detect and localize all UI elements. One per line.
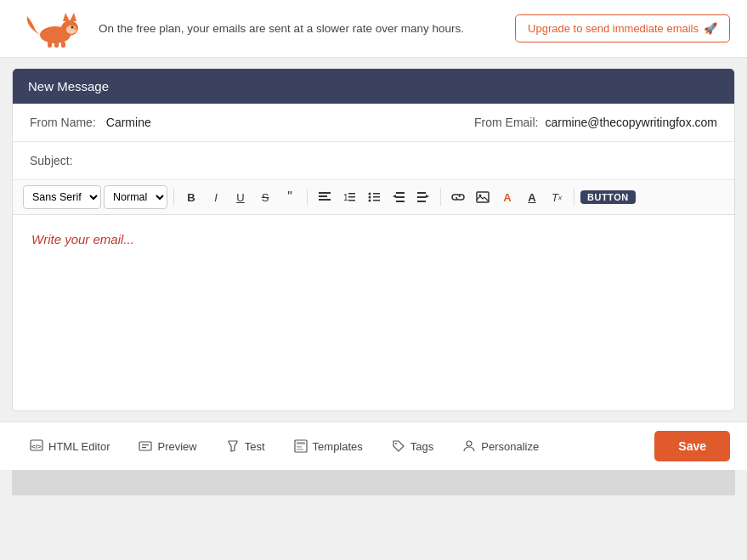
insert-button-button[interactable]: BUTTON <box>580 190 636 204</box>
svg-rect-38 <box>142 447 146 448</box>
svg-rect-15 <box>348 193 355 195</box>
editor-body[interactable]: Write your email... <box>13 215 734 410</box>
html-editor-icon: </> <box>30 439 43 453</box>
svg-point-20 <box>369 196 371 199</box>
test-button[interactable]: Test <box>213 432 278 461</box>
personalize-icon <box>462 439 476 453</box>
svg-point-44 <box>467 441 472 446</box>
preview-icon <box>139 439 152 453</box>
highlight-button[interactable]: A <box>521 185 543 209</box>
clear-format-button[interactable]: Tx <box>546 185 568 209</box>
rocket-icon: 🚀 <box>704 22 717 35</box>
font-family-select[interactable]: Sans Serif <box>23 185 101 209</box>
toolbar-divider-2 <box>307 189 308 206</box>
svg-rect-26 <box>396 196 405 198</box>
toolbar-divider-4 <box>574 189 574 206</box>
svg-point-22 <box>369 200 371 202</box>
bold-button[interactable]: B <box>180 185 202 209</box>
svg-rect-19 <box>373 193 380 195</box>
svg-rect-17 <box>348 200 355 201</box>
gray-bottom-bar <box>12 470 735 495</box>
compose-header: New Message <box>13 69 734 104</box>
from-row: From Name: Carmine From Email: carmine@t… <box>13 104 734 142</box>
subject-input[interactable] <box>80 154 717 167</box>
svg-rect-30 <box>417 196 426 198</box>
compose-wrapper: New Message From Name: Carmine From Emai… <box>12 68 735 411</box>
svg-point-6 <box>74 28 76 29</box>
svg-rect-10 <box>319 192 331 194</box>
svg-rect-21 <box>373 196 380 198</box>
svg-rect-36 <box>139 442 151 450</box>
banner-text: On the free plan, your emails are sent a… <box>99 22 501 35</box>
svg-rect-23 <box>373 200 380 201</box>
quote-button[interactable]: " <box>279 185 301 209</box>
preview-button[interactable]: Preview <box>126 432 209 461</box>
toolbar-divider-1 <box>173 189 174 206</box>
link-button[interactable] <box>447 185 469 209</box>
test-icon <box>226 439 240 453</box>
svg-rect-24 <box>396 192 405 194</box>
italic-button[interactable]: I <box>205 185 227 209</box>
svg-rect-32 <box>477 192 489 202</box>
svg-rect-8 <box>54 42 59 48</box>
svg-rect-7 <box>48 42 52 48</box>
align-left-button[interactable] <box>314 185 336 209</box>
strikethrough-button[interactable]: S <box>254 185 276 209</box>
svg-rect-16 <box>348 196 355 198</box>
svg-rect-37 <box>142 444 149 445</box>
save-button[interactable]: Save <box>654 431 730 461</box>
toolbar-divider-3 <box>440 189 441 206</box>
svg-rect-41 <box>297 446 302 448</box>
svg-rect-28 <box>417 192 426 194</box>
svg-rect-42 <box>297 449 303 450</box>
svg-rect-11 <box>319 195 327 197</box>
indent-increase-button[interactable] <box>412 185 434 209</box>
tags-button[interactable]: Tags <box>379 432 446 461</box>
svg-point-5 <box>71 26 74 29</box>
logo-area <box>17 9 85 48</box>
bottom-bar: </> HTML Editor Preview Test Templates T… <box>0 421 747 470</box>
fox-logo-icon <box>17 9 85 48</box>
indent-decrease-button[interactable] <box>388 185 410 209</box>
image-button[interactable] <box>472 185 494 209</box>
font-size-select[interactable]: Normal <box>104 185 167 209</box>
svg-point-43 <box>395 443 397 444</box>
from-email-label: From Email: <box>474 116 538 129</box>
underline-button[interactable]: U <box>229 185 252 209</box>
ordered-list-button[interactable]: 1. <box>338 185 360 209</box>
html-editor-button[interactable]: </> HTML Editor <box>17 432 122 461</box>
svg-rect-31 <box>417 201 426 202</box>
top-banner: On the free plan, your emails are sent a… <box>0 0 747 58</box>
personalize-button[interactable]: Personalize <box>450 432 552 461</box>
svg-rect-40 <box>297 442 305 444</box>
svg-marker-25 <box>393 195 396 198</box>
svg-rect-27 <box>396 201 405 202</box>
subject-row: Subject: <box>13 142 734 180</box>
from-email-group: From Email: carmine@thecopywritingfox.co… <box>474 116 717 129</box>
svg-marker-2 <box>63 13 70 21</box>
editor-placeholder: Write your email... <box>31 232 134 246</box>
upgrade-button[interactable]: Upgrade to send immediate emails 🚀 <box>515 14 730 42</box>
text-color-button[interactable]: A <box>496 185 518 209</box>
from-name-value: Carmine <box>106 116 151 129</box>
upgrade-label: Upgrade to send immediate emails <box>528 22 699 35</box>
from-name-label: From Name: <box>30 116 96 129</box>
templates-icon <box>294 439 308 453</box>
svg-rect-9 <box>61 42 65 48</box>
svg-marker-3 <box>70 13 76 21</box>
templates-button[interactable]: Templates <box>281 432 376 461</box>
svg-marker-29 <box>426 195 429 198</box>
tags-icon <box>392 439 405 453</box>
svg-text:</>: </> <box>31 443 42 450</box>
svg-rect-12 <box>319 199 331 201</box>
from-email-value: carmine@thecopywritingfox.com <box>545 116 717 129</box>
unordered-list-button[interactable] <box>363 185 385 209</box>
svg-point-18 <box>369 193 371 195</box>
subject-label: Subject: <box>30 154 73 167</box>
editor-toolbar: Sans Serif Normal B I U S " 1. <box>13 180 734 215</box>
